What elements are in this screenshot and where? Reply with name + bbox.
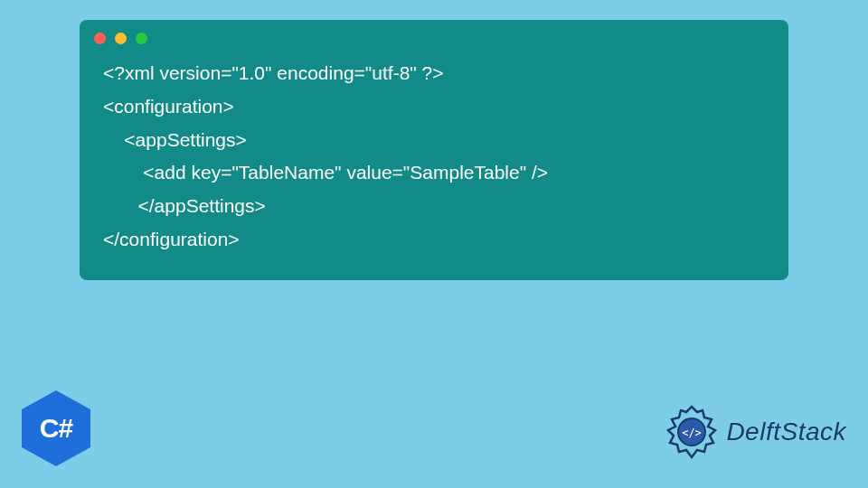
hexagon-icon: C# bbox=[22, 390, 90, 466]
code-line: <appSettings> bbox=[103, 129, 247, 150]
delftstack-brand: </> DelftStack bbox=[663, 403, 846, 461]
csharp-badge: C# bbox=[22, 390, 90, 466]
delftstack-logo-icon: </> bbox=[663, 403, 721, 461]
code-window: <?xml version="1.0" encoding="utf-8" ?> … bbox=[80, 20, 788, 280]
code-line: </appSettings> bbox=[103, 195, 266, 216]
code-line: <configuration> bbox=[103, 96, 234, 117]
code-line: <?xml version="1.0" encoding="utf-8" ?> bbox=[103, 62, 444, 83]
code-block: <?xml version="1.0" encoding="utf-8" ?> … bbox=[80, 53, 788, 262]
csharp-label: C# bbox=[40, 413, 72, 444]
code-line: </configuration> bbox=[103, 229, 240, 249]
minimize-icon[interactable] bbox=[115, 33, 127, 44]
maximize-icon[interactable] bbox=[136, 33, 147, 44]
close-icon[interactable] bbox=[94, 33, 106, 44]
delftstack-label: DelftStack bbox=[726, 418, 846, 446]
code-line: <add key="TableName" value="SampleTable"… bbox=[103, 162, 548, 183]
svg-text:</>: </> bbox=[683, 427, 703, 439]
window-controls bbox=[80, 20, 788, 53]
